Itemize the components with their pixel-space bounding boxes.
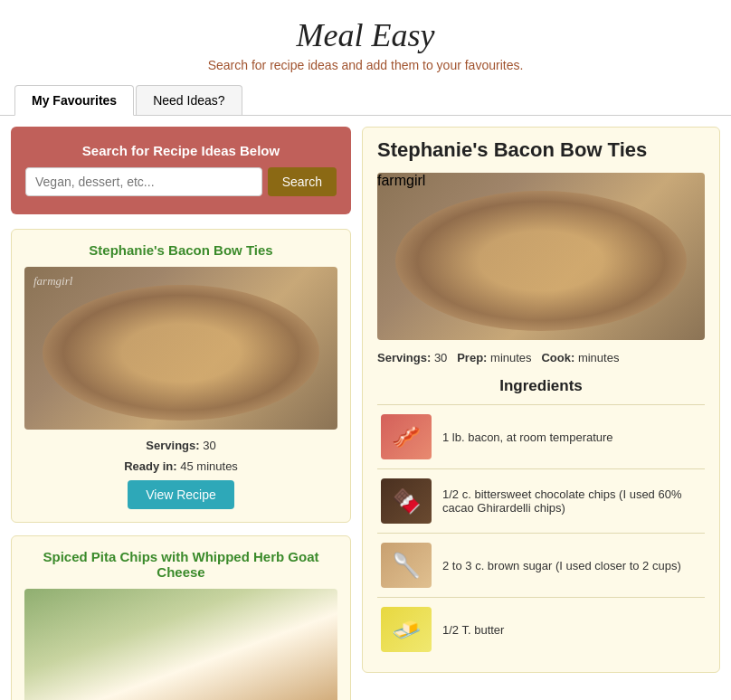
recipe-meta-1: Servings: 30 xyxy=(24,439,337,452)
detail-cook-value: minutes xyxy=(578,351,620,364)
ready-in-value-1: 45 minutes xyxy=(180,459,238,473)
detail-cook-label: Cook: xyxy=(541,351,574,364)
ingredient-icon: 🥓 xyxy=(381,414,432,459)
left-column: Search for Recipe Ideas Below Search Ste… xyxy=(0,116,362,700)
search-box-title: Search for Recipe Ideas Below xyxy=(25,143,337,158)
detail-image-watermark: farmgirl xyxy=(377,173,425,188)
ingredient-text: 1/2 T. butter xyxy=(442,623,504,637)
ingredient-text: 1 lb. bacon, at room temperature xyxy=(442,430,613,444)
app-header: Meal Easy Search for recipe ideas and ad… xyxy=(0,0,731,80)
detail-prep-value: minutes xyxy=(490,351,532,364)
ingredients-title: Ingredients xyxy=(377,377,705,395)
detail-servings-label: Servings: xyxy=(377,351,431,364)
main-layout: Search for Recipe Ideas Below Search Ste… xyxy=(0,116,731,700)
ready-in-label-1: Ready in: xyxy=(124,459,177,473)
recipe-image-2 xyxy=(24,589,337,700)
detail-panel: Stephanie's Bacon Bow Ties farmgirl Serv… xyxy=(362,127,720,673)
detail-title: Stephanie's Bacon Bow Ties xyxy=(377,138,705,162)
detail-prep-label: Prep: xyxy=(457,351,487,364)
ingredient-icon: 🧈 xyxy=(381,607,432,652)
app-subtitle: Search for recipe ideas and add them to … xyxy=(0,58,731,72)
search-input[interactable] xyxy=(25,167,262,196)
app-title: Meal Easy xyxy=(0,16,731,54)
recipe-card-pita-chips: Spiced Pita Chips with Whipped Herb Goat… xyxy=(11,535,351,700)
recipe-ready-1: Ready in: 45 minutes xyxy=(24,459,337,473)
search-button[interactable]: Search xyxy=(268,167,337,196)
detail-image: farmgirl xyxy=(377,173,705,340)
search-row: Search xyxy=(25,167,337,196)
view-recipe-button-1[interactable]: View Recipe xyxy=(128,480,234,509)
tab-my-favourites[interactable]: My Favourites xyxy=(14,85,134,116)
ingredients-list: 🥓 1 lb. bacon, at room temperature 🍫 1/2… xyxy=(377,404,705,661)
image-watermark-1: farmgirl xyxy=(33,274,72,289)
ingredient-text: 1/2 c. bittersweet chocolate chips (I us… xyxy=(442,487,701,515)
ingredient-icon: 🍫 xyxy=(381,478,432,524)
detail-servings-value: 30 xyxy=(434,351,447,364)
tab-need-ideas[interactable]: Need Ideas? xyxy=(136,85,242,115)
recipe-card-bacon-bow-ties: Stephanie's Bacon Bow Ties farmgirl Serv… xyxy=(11,229,351,523)
tab-bar: My Favourites Need Ideas? xyxy=(0,80,731,116)
search-section: Search for Recipe Ideas Below Search xyxy=(11,127,351,214)
recipe-image-1: farmgirl xyxy=(24,267,337,430)
recipe-card-title-1: Stephanie's Bacon Bow Ties xyxy=(24,242,337,258)
servings-label-1: Servings: xyxy=(146,439,199,452)
detail-meta: Servings: 30 Prep: minutes Cook: minutes xyxy=(377,351,705,364)
servings-value-1: 30 xyxy=(203,439,215,452)
ingredient-text: 2 to 3 c. brown sugar (I used closer to … xyxy=(442,559,681,572)
ingredient-icon: 🥄 xyxy=(381,543,432,588)
ingredient-item: 🥓 1 lb. bacon, at room temperature xyxy=(377,404,705,468)
ingredient-item: 🧈 1/2 T. butter xyxy=(377,597,705,661)
recipe-card-title-2: Spiced Pita Chips with Whipped Herb Goat… xyxy=(24,549,337,580)
ingredient-item: 🍫 1/2 c. bittersweet chocolate chips (I … xyxy=(377,468,705,533)
ingredient-item: 🥄 2 to 3 c. brown sugar (I used closer t… xyxy=(377,533,705,597)
